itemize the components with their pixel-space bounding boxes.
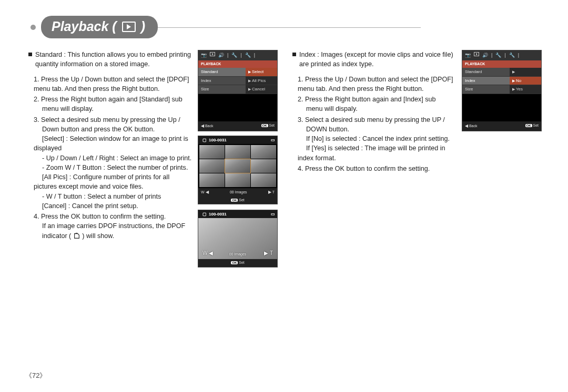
- file-number: 100-0031: [209, 137, 227, 143]
- right-step-4: 4. Press the OK button to confirm the se…: [298, 164, 458, 173]
- battery-icon: ▭: [271, 211, 275, 218]
- sound-icon: 🔊: [482, 52, 488, 59]
- right-intro-text: Images (except for movie clips and voice…: [299, 51, 453, 68]
- file-number: 100-0031: [209, 211, 227, 218]
- camera-icon: 📷: [201, 52, 207, 59]
- right-intro-label: Index :: [299, 51, 319, 58]
- photo-preview: W ◀ 00 Images ▶ T: [198, 218, 277, 259]
- title-suffix: ): [141, 19, 145, 34]
- lcd-single-image: ▢ 100-0031 ▭ W ◀ 00 Images ▶ T OK Set: [198, 210, 278, 267]
- lcd1-header: PLAYBACK: [198, 60, 277, 68]
- camera-icon: 📷: [465, 52, 471, 59]
- thumbnail[interactable]: [225, 145, 250, 159]
- right-column: Index : Images (except for movie clips a…: [290, 50, 542, 273]
- lcd-standard-menu: 📷 🔊 | 🔧 | 🔧 | PLAYBACK Standard ▶Select: [198, 50, 278, 131]
- left-intro-label: Standard :: [35, 51, 66, 58]
- wrench-icon: 🔧: [495, 52, 501, 59]
- thumbnail[interactable]: [251, 159, 276, 173]
- page-number: 《72》: [25, 371, 46, 380]
- left-intro: Standard : This function allows you to e…: [28, 50, 194, 69]
- thumbnail[interactable]: [199, 173, 225, 187]
- play-icon: [474, 52, 479, 56]
- page-header: Playback ( ): [31, 16, 542, 38]
- menu-row-index[interactable]: Index ▶All Pics: [198, 77, 277, 86]
- menu-row-index2[interactable]: Index ▶No: [462, 77, 541, 86]
- left-step-1: 1. Press the Up / Down button and select…: [34, 75, 194, 94]
- w-label: W: [201, 190, 205, 194]
- left-step-3: 3. Select a desired sub menu by pressing…: [34, 115, 194, 211]
- header-dot-icon: [31, 25, 36, 30]
- square-icon: ▢: [202, 137, 207, 143]
- lcd2-header: PLAYBACK: [462, 60, 541, 68]
- left-step-4: 4. Press the OK button to confirm the se…: [34, 212, 194, 241]
- play-icon: [210, 52, 215, 56]
- thumbnail[interactable]: [251, 145, 276, 159]
- square-icon: ▢: [202, 211, 207, 218]
- t-label: T: [272, 190, 275, 194]
- right-step-2: 2. Press the Right button again and [Ind…: [298, 95, 458, 114]
- menu-row-size2[interactable]: Size ▶Yes: [462, 85, 541, 94]
- dpof-indicator-icon: [73, 232, 80, 240]
- wrench-icon: 🔧: [231, 52, 237, 59]
- page-title: Playback ( ): [41, 16, 158, 38]
- images-count: 00 Images: [229, 252, 247, 257]
- lcd-index-menu: 📷 🔊 | 🔧 | 🔧 | PLAYBACK Standard ▶: [462, 50, 542, 131]
- thumbnail[interactable]: [199, 145, 225, 159]
- left-step-2: 2. Press the Right button again and [Sta…: [34, 95, 194, 114]
- thumbnail-selected[interactable]: [225, 159, 250, 173]
- lcd-thumbnail-grid: ▢ 100-0031 ▭: [198, 136, 278, 204]
- thumbnail[interactable]: [225, 173, 250, 187]
- right-intro: Index : Images (except for movie clips a…: [292, 50, 458, 69]
- title-prefix: Playback (: [52, 19, 117, 34]
- right-step-1: 1. Press the Up / Down button and select…: [298, 75, 458, 94]
- square-bullet-icon: [28, 53, 32, 56]
- wrench2-icon: 🔧: [509, 52, 515, 59]
- battery-icon: ▭: [271, 137, 275, 143]
- playback-icon: [122, 22, 136, 32]
- menu-row-size[interactable]: Size ▶Cancel: [198, 85, 277, 94]
- images-count: 00 Images: [230, 190, 247, 195]
- menu-row-standard2[interactable]: Standard ▶: [462, 68, 541, 77]
- thumbnail[interactable]: [251, 173, 276, 187]
- left-column: Standard : This function allows you to e…: [26, 50, 278, 273]
- thumbnail[interactable]: [199, 159, 225, 173]
- sound-icon: 🔊: [218, 52, 224, 59]
- square-bullet-icon: [292, 53, 296, 56]
- wrench2-icon: 🔧: [245, 52, 251, 59]
- menu-row-standard[interactable]: Standard ▶Select: [198, 68, 277, 77]
- right-step-3: 3. Select a desired sub menu by pressing…: [298, 115, 458, 163]
